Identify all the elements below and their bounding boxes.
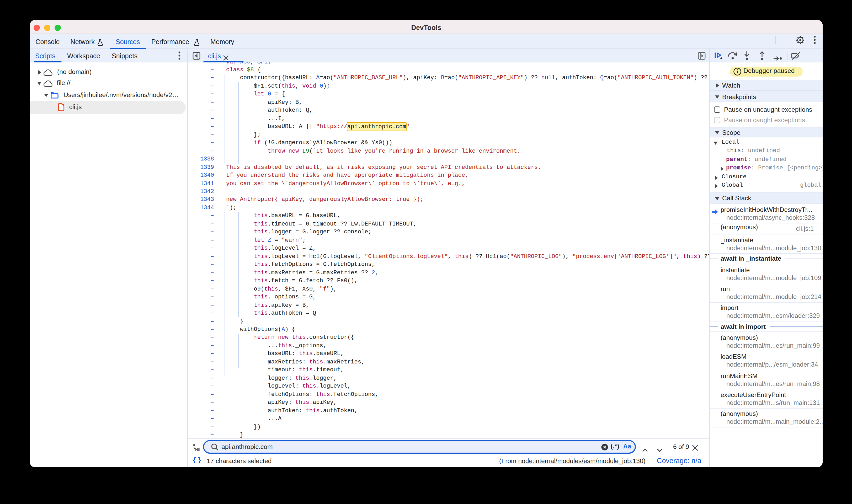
svg-text:A: A xyxy=(192,443,195,447)
svg-text:B: B xyxy=(197,447,200,451)
